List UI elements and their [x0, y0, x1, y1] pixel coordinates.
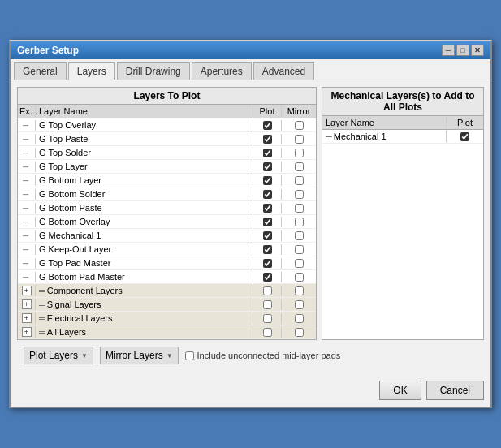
table-row: ─ G Top Solder	[18, 146, 316, 160]
row-layer-name: G Bottom Paste	[36, 202, 253, 213]
row-plot-cell	[253, 203, 282, 213]
row-layer-name: G Bottom Solder	[36, 188, 253, 200]
plot-checkbox[interactable]	[263, 231, 272, 240]
maximize-button[interactable]: □	[456, 45, 469, 56]
row-plot-cell	[253, 120, 282, 131]
plot-checkbox[interactable]	[263, 176, 272, 185]
row-ex: ─	[18, 244, 36, 255]
row-layer-name: G Bottom Overlay	[36, 216, 253, 227]
plot-checkbox[interactable]	[263, 149, 272, 157]
plot-checkbox[interactable]	[263, 300, 272, 309]
plot-checkbox[interactable]	[263, 328, 272, 337]
minimize-button[interactable]: ─	[442, 45, 455, 56]
row-ex: ─	[18, 134, 36, 144]
row-expand-icon[interactable]: +	[18, 326, 36, 338]
table-row-group[interactable]: + ═Signal Layers	[18, 298, 316, 312]
mirror-checkbox[interactable]	[295, 149, 304, 157]
row-ex: ─	[18, 175, 36, 186]
mirror-checkbox[interactable]	[295, 273, 304, 282]
row-expand-icon[interactable]: +	[18, 285, 36, 296]
row-mirror-cell	[282, 162, 316, 172]
cancel-button[interactable]: Cancel	[426, 381, 484, 400]
table-row-group[interactable]: + ═Electrical Layers	[18, 312, 316, 325]
right-plot-checkbox[interactable]	[460, 132, 469, 141]
row-mirror-cell	[282, 327, 316, 338]
mirror-checkbox[interactable]	[295, 121, 304, 130]
row-group-name: ═Signal Layers	[36, 299, 253, 310]
row-plot-cell	[253, 313, 282, 324]
row-plot-cell	[253, 272, 282, 282]
plot-layers-button[interactable]: Plot Layers ▼	[24, 347, 93, 364]
row-plot-cell	[253, 175, 282, 186]
footer: Plot Layers ▼ Mirror Layers ▼ Include un…	[17, 340, 484, 371]
row-plot-cell	[253, 217, 282, 227]
ok-button[interactable]: OK	[379, 381, 421, 400]
plot-checkbox[interactable]	[263, 259, 272, 268]
row-mirror-cell	[282, 217, 316, 227]
close-button[interactable]: ✕	[471, 45, 484, 56]
col-header-mirror: Mirror	[282, 106, 316, 117]
mirror-checkbox[interactable]	[295, 135, 304, 144]
row-expand-icon[interactable]: +	[18, 299, 36, 310]
plot-checkbox[interactable]	[263, 162, 272, 171]
title-bar: Gerber Setup ─ □ ✕	[11, 41, 490, 59]
row-expand-icon[interactable]: +	[18, 312, 36, 324]
row-mirror-cell	[282, 148, 316, 158]
tab-general[interactable]: General	[14, 62, 67, 80]
mirror-layers-button[interactable]: Mirror Layers ▼	[100, 347, 179, 364]
tab-layers[interactable]: Layers	[68, 62, 115, 80]
row-ex: ─	[18, 148, 36, 158]
plot-checkbox[interactable]	[263, 245, 272, 254]
plot-checkbox[interactable]	[263, 190, 272, 199]
row-plot-cell	[253, 134, 282, 144]
include-unconnected-label[interactable]: Include unconnected mid-layer pads	[185, 351, 341, 360]
mirror-checkbox[interactable]	[295, 218, 304, 226]
tab-advanced[interactable]: Advanced	[253, 62, 314, 80]
left-table-header: Ex... Layer Name Plot Mirror	[18, 105, 316, 118]
row-plot-cell	[253, 148, 282, 158]
row-layer-name: G Bottom Layer	[36, 174, 253, 186]
row-ex: ─	[18, 217, 36, 227]
row-mirror-cell	[282, 313, 316, 324]
row-layer-name: G Top Pad Master	[36, 257, 253, 269]
table-row-group[interactable]: + ═All Layers	[18, 325, 316, 339]
mirror-checkbox[interactable]	[295, 300, 304, 309]
plot-checkbox[interactable]	[263, 218, 272, 226]
mirror-checkbox[interactable]	[295, 286, 304, 295]
mirror-checkbox[interactable]	[295, 162, 304, 171]
row-group-name: ═All Layers	[36, 326, 253, 338]
mirror-checkbox[interactable]	[295, 204, 304, 213]
tab-drill-drawing[interactable]: Drill Drawing	[117, 62, 190, 80]
row-plot-cell	[253, 258, 282, 269]
row-group-name: ═Component Layers	[36, 285, 253, 296]
right-table-header: Layer Name Plot	[322, 116, 483, 130]
mirror-checkbox[interactable]	[295, 176, 304, 185]
mirror-checkbox[interactable]	[295, 328, 304, 337]
table-row: ─ G Top Paste	[18, 132, 316, 146]
plot-checkbox[interactable]	[263, 204, 272, 213]
mirror-checkbox[interactable]	[295, 231, 304, 240]
plot-checkbox[interactable]	[263, 135, 272, 144]
mirror-checkbox[interactable]	[295, 190, 304, 199]
plot-checkbox[interactable]	[263, 314, 272, 323]
right-col-header-name: Layer Name	[322, 117, 447, 128]
tab-apertures[interactable]: Apertures	[192, 62, 252, 80]
row-plot-cell	[253, 286, 282, 296]
mirror-checkbox[interactable]	[295, 245, 304, 254]
plot-checkbox[interactable]	[263, 286, 272, 295]
plot-checkbox[interactable]	[263, 121, 272, 130]
row-plot-cell	[253, 189, 282, 200]
mirror-layers-label: Mirror Layers	[106, 350, 163, 361]
row-mirror-cell	[282, 120, 316, 131]
row-group-name: ═Electrical Layers	[36, 312, 253, 324]
table-row-group[interactable]: + ═Component Layers	[18, 284, 316, 298]
mirror-checkbox[interactable]	[295, 259, 304, 268]
layers-to-plot-panel: Layers To Plot Ex... Layer Name Plot Mir…	[17, 87, 317, 340]
row-layer-name: G Bottom Pad Master	[36, 271, 253, 282]
include-unconnected-checkbox[interactable]	[185, 351, 194, 360]
mirror-checkbox[interactable]	[295, 314, 304, 323]
row-mirror-cell	[282, 134, 316, 144]
row-ex: ─	[18, 272, 36, 282]
plot-checkbox[interactable]	[263, 273, 272, 282]
mirror-layers-arrow-icon: ▼	[166, 352, 173, 360]
